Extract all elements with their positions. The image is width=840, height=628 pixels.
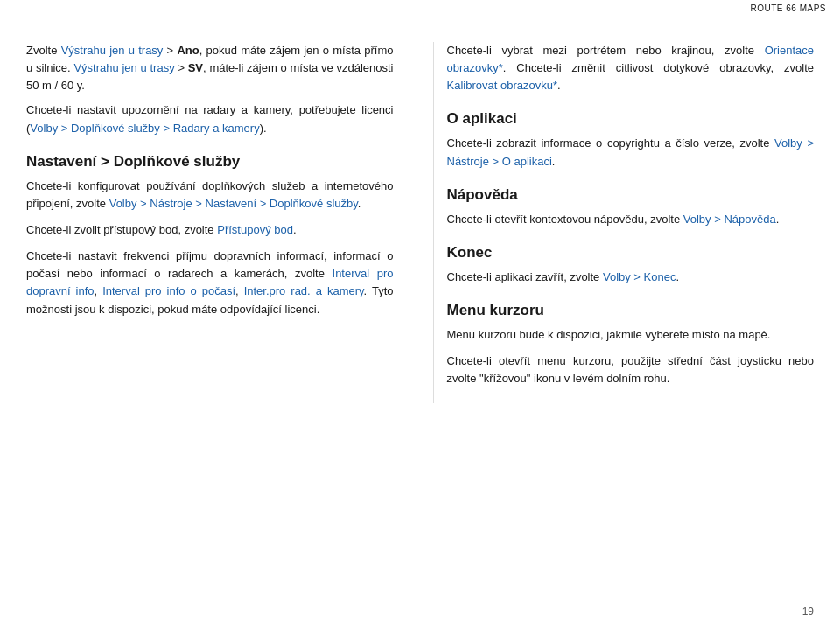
- link-o-aplikaci: Volby > Nástroje > O aplikaci: [447, 136, 815, 167]
- section-napoveda-heading: Nápověda: [447, 186, 815, 204]
- section-konec-heading: Konec: [447, 244, 815, 262]
- link-napoveda: Volby > Nápověda: [683, 213, 776, 226]
- link-orientace: Orientace obrazovky*: [447, 44, 815, 74]
- section-nastaveni-para1: Chcete-li konfigurovat používání doplňko…: [26, 178, 394, 213]
- right-intro-section: Chcete-li vybrat mezi portrétem nebo kra…: [447, 42, 815, 94]
- section-konec: Konec Chcete-li aplikaci zavřít, zvolte …: [447, 244, 815, 286]
- section-menu-kurzoru-para2: Chcete-li otevřít menu kurzoru, použijte…: [447, 352, 815, 387]
- link-interval-pocasi: Interval pro info o počasí: [102, 284, 235, 297]
- section-napoveda-para1: Chcete-li otevřít kontextovou nápovědu, …: [447, 211, 815, 228]
- link-kalibrovat: Kalibrovat obrazovku*: [447, 79, 557, 92]
- link-pristupovy-bod: Přístupový bod: [217, 223, 293, 236]
- brand-header: Route 66 Maps: [750, 3, 826, 13]
- section-aplikaci-para1: Chcete-li zobrazit informace o copyright…: [447, 135, 815, 170]
- intro-para2: Chcete-li nastavit upozornění na radary …: [26, 101, 394, 136]
- intro-section: Zvolte Výstrahu jen u trasy > Ano, pokud…: [26, 42, 394, 137]
- section-aplikaci-heading: O aplikaci: [447, 110, 815, 128]
- left-column: Zvolte Výstrahu jen u trasy > Ano, pokud…: [26, 42, 407, 403]
- section-konec-para1: Chcete-li aplikaci zavřít, zvolte Volby …: [447, 269, 815, 286]
- section-nastaveni: Nastavení > Doplňkové služby Chcete-li k…: [26, 153, 394, 318]
- section-nastaveni-heading: Nastavení > Doplňkové služby: [26, 153, 394, 171]
- link-vystrahu-sv: Výstrahu jen u trasy: [74, 61, 174, 74]
- section-menu-kurzoru-para1: Menu kurzoru bude k dispozici, jakmile v…: [447, 326, 815, 344]
- section-aplikaci: O aplikaci Chcete-li zobrazit informace …: [447, 110, 815, 170]
- link-vystrahu-ano: Výstrahu jen u trasy: [61, 44, 164, 57]
- link-radary-kamery: Volby > Doplňkové služby > Radary a kame…: [30, 122, 259, 135]
- link-inter-rad: Inter.pro rad. a kamery: [244, 284, 364, 297]
- section-menu-kurzoru: Menu kurzoru Menu kurzoru bude k dispozi…: [447, 302, 815, 387]
- section-menu-kurzoru-heading: Menu kurzoru: [447, 302, 815, 319]
- link-konec: Volby > Konec: [603, 270, 676, 283]
- intro-para1: Zvolte Výstrahu jen u trasy > Ano, pokud…: [26, 42, 394, 94]
- right-intro-para1: Chcete-li vybrat mezi portrétem nebo kra…: [447, 42, 815, 94]
- section-nastaveni-para2: Chcete-li zvolit přístupový bod, zvolte …: [26, 221, 394, 239]
- page-number: 19: [802, 605, 814, 618]
- right-column: Chcete-li vybrat mezi portrétem nebo kra…: [433, 42, 815, 403]
- section-nastaveni-para3: Chcete-li nastavit frekvenci příjmu dopr…: [26, 248, 394, 318]
- link-nastaveni-sluzby: Volby > Nástroje > Nastavení > Doplňkové…: [109, 197, 358, 210]
- section-napoveda: Nápověda Chcete-li otevřít kontextovou n…: [447, 186, 815, 228]
